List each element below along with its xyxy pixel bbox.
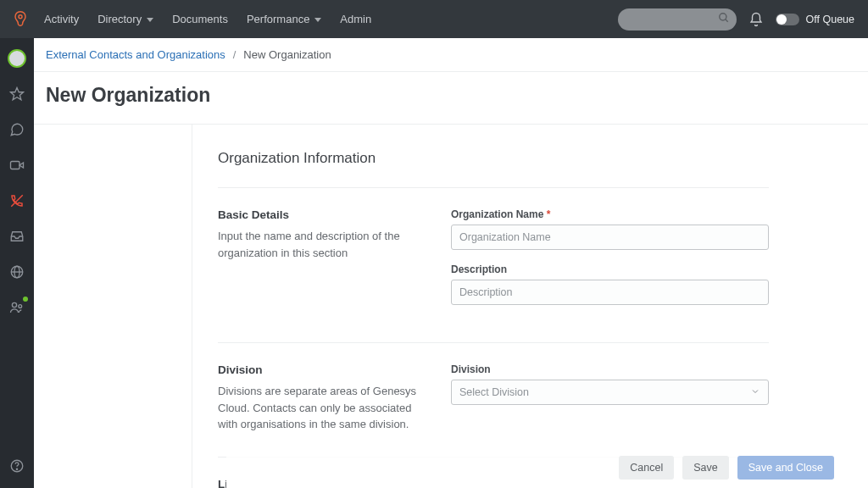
basic-details-label: Basic Details	[218, 208, 434, 221]
division-field-label: Division	[451, 363, 769, 375]
search-icon	[718, 12, 730, 27]
chevron-down-icon	[750, 386, 760, 399]
queue-toggle[interactable]: Off Queue	[776, 14, 854, 25]
nav-documents[interactable]: Documents	[172, 13, 228, 25]
chat-icon[interactable]	[0, 119, 34, 140]
nav-activity[interactable]: Activity	[44, 13, 79, 25]
status-dot	[23, 297, 28, 302]
inbox-icon[interactable]	[0, 226, 34, 247]
svg-rect-3	[11, 162, 20, 169]
save-button[interactable]: Save	[682, 456, 729, 480]
notifications-button[interactable]	[748, 12, 764, 27]
nav-directory[interactable]: Directory	[97, 13, 153, 25]
divider	[218, 187, 769, 188]
footer-actions: Cancel Save Save and Close	[226, 447, 868, 488]
video-icon[interactable]	[0, 155, 34, 175]
section-heading: Organization Information	[218, 150, 769, 167]
svg-line-1	[725, 19, 727, 21]
main-area: External Contacts and Organizations / Ne…	[34, 38, 868, 488]
phone-disabled-icon[interactable]	[0, 191, 34, 211]
queue-label: Off Queue	[806, 14, 854, 25]
breadcrumb: External Contacts and Organizations / Ne…	[34, 38, 868, 72]
help-icon[interactable]	[0, 456, 34, 476]
cancel-button[interactable]: Cancel	[619, 456, 674, 480]
division-select-placeholder: Select Division	[459, 386, 529, 398]
toggle-switch[interactable]	[776, 14, 799, 25]
division-select[interactable]: Select Division	[451, 380, 769, 405]
svg-point-12	[16, 469, 17, 469]
org-name-label: Organization Name *	[451, 208, 769, 220]
breadcrumb-current: New Organization	[243, 48, 331, 61]
description-input[interactable]	[451, 280, 769, 305]
profile-avatar[interactable]	[0, 48, 34, 69]
save-and-close-button[interactable]: Save and Close	[737, 456, 834, 480]
secondary-sidebar	[34, 125, 192, 488]
chevron-down-icon	[314, 18, 321, 22]
svg-marker-2	[11, 88, 24, 100]
breadcrumb-separator: /	[233, 48, 236, 61]
nav-admin[interactable]: Admin	[340, 13, 371, 25]
svg-point-0	[719, 13, 726, 19]
division-desc: Divisions are separate areas of Genesys …	[218, 383, 434, 433]
basic-details-desc: Input the name and description of the or…	[218, 228, 434, 261]
chevron-down-icon	[147, 18, 153, 22]
page-title: New Organization	[46, 84, 856, 107]
form-body: Organization Information Basic Details I…	[192, 125, 868, 488]
svg-point-9	[12, 302, 16, 307]
global-search[interactable]	[618, 8, 737, 30]
breadcrumb-parent[interactable]: External Contacts and Organizations	[46, 48, 225, 61]
divider	[218, 342, 769, 343]
description-label: Description	[451, 263, 769, 275]
division-label: Division	[218, 363, 434, 376]
people-icon[interactable]	[0, 297, 34, 318]
org-name-input[interactable]	[451, 225, 769, 250]
star-icon[interactable]	[0, 84, 34, 104]
svg-point-10	[19, 305, 22, 308]
brand-logo[interactable]	[14, 10, 34, 29]
nav-items: Activity Directory Documents Performance…	[44, 13, 371, 25]
left-sidebar	[0, 38, 34, 488]
top-nav-bar: Activity Directory Documents Performance…	[0, 0, 868, 38]
globe-icon[interactable]	[0, 262, 34, 282]
nav-performance[interactable]: Performance	[247, 13, 321, 25]
